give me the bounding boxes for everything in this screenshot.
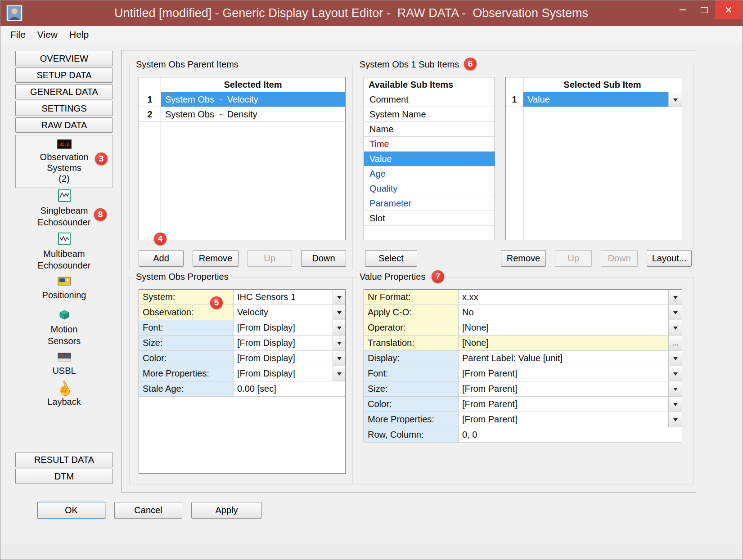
- window-bottom-edge: [0, 544, 743, 560]
- remove-button[interactable]: Remove: [193, 250, 239, 267]
- sidebar-tab-dtm[interactable]: DTM: [15, 469, 113, 484]
- property-row: Font: [From Display]: [139, 320, 345, 336]
- property-row: Translation: [None] ...: [364, 336, 682, 351]
- dropdown-button[interactable]: [668, 305, 682, 320]
- apply-button[interactable]: Apply: [191, 502, 262, 519]
- sidebar-item-label: Systems: [47, 162, 81, 173]
- property-label: Operator:: [364, 320, 459, 335]
- dropdown-button[interactable]: [668, 366, 682, 381]
- menu-help[interactable]: Help: [63, 26, 95, 43]
- sidebar-tab-settings[interactable]: SETTINGS: [15, 101, 113, 116]
- layout-button[interactable]: Layout...: [647, 250, 692, 267]
- maximize-button[interactable]: [693, 0, 715, 19]
- dropdown-button[interactable]: [668, 397, 682, 412]
- property-value[interactable]: 0, 0: [459, 427, 682, 442]
- dropdown-button[interactable]: [668, 381, 682, 396]
- sidebar-item-motion-sensors[interactable]: Motion Sensors: [15, 309, 113, 346]
- callout-badge-7: 7: [432, 270, 444, 283]
- property-label: Color:: [364, 397, 459, 412]
- svg-text:85.Q: 85.Q: [59, 142, 69, 147]
- list-item[interactable]: Name: [364, 122, 495, 137]
- column-header: Selected Item: [161, 77, 345, 92]
- dropdown-button[interactable]: [333, 305, 345, 320]
- dropdown-button[interactable]: [668, 290, 682, 305]
- menu-file[interactable]: File: [5, 26, 32, 43]
- dropdown-button[interactable]: [668, 351, 682, 366]
- row-number-header: [506, 77, 523, 92]
- property-value[interactable]: [From Parent]: [459, 381, 668, 396]
- up-button[interactable]: Up: [247, 250, 292, 267]
- sidebar-item-multibeam-echosounder[interactable]: Multibeam Echosounder: [15, 233, 113, 271]
- obs-properties-grid: System: IHC Sensors 1 Observation: Veloc…: [139, 289, 346, 474]
- list-item[interactable]: Time: [364, 137, 495, 152]
- property-value[interactable]: [From Display]: [234, 336, 333, 350]
- dropdown-button[interactable]: [668, 92, 682, 107]
- property-value[interactable]: Velocity: [234, 305, 333, 320]
- property-value[interactable]: [From Parent]: [459, 412, 668, 427]
- sidebar-tab-overview[interactable]: OVERVIEW: [15, 51, 113, 66]
- sidebar-tab-setup-data[interactable]: SETUP DATA: [15, 67, 113, 83]
- chevron-down-icon: [337, 372, 342, 378]
- list-item[interactable]: Comment: [364, 92, 495, 107]
- table-row[interactable]: 1 System Obs - Velocity: [139, 92, 345, 107]
- property-value[interactable]: [From Parent]: [459, 366, 668, 381]
- row-number: 2: [139, 107, 161, 121]
- row-label[interactable]: System Obs - Density: [161, 107, 345, 121]
- property-value[interactable]: x.xx: [459, 290, 668, 305]
- usbl-icon: [58, 352, 71, 364]
- sidebar-item-label: Singlebeam: [41, 205, 88, 216]
- list-item[interactable]: Quality: [364, 181, 495, 196]
- ok-button[interactable]: OK: [37, 502, 105, 519]
- sidebar-item-layback[interactable]: ☝ Layback: [15, 382, 113, 407]
- dropdown-button[interactable]: [333, 320, 345, 335]
- callout-badge-8: 8: [94, 208, 107, 221]
- property-label: Translation:: [364, 336, 459, 350]
- chevron-down-icon: [673, 357, 678, 363]
- cancel-button[interactable]: Cancel: [114, 502, 182, 519]
- dropdown-button[interactable]: [333, 336, 345, 350]
- property-value[interactable]: [From Parent]: [459, 397, 668, 412]
- list-item[interactable]: System Name: [364, 107, 495, 122]
- list-item[interactable]: Value: [364, 152, 495, 166]
- table-row[interactable]: 2 System Obs - Density: [139, 107, 345, 122]
- dropdown-button[interactable]: [333, 290, 345, 305]
- list-item[interactable]: Slot: [364, 211, 495, 226]
- property-value[interactable]: IHC Sensors 1: [234, 290, 333, 305]
- dropdown-button[interactable]: [668, 320, 682, 335]
- sidebar-item-positioning[interactable]: Positioning: [15, 276, 113, 300]
- down-sub-button[interactable]: Down: [601, 250, 638, 267]
- table-divider: [161, 77, 161, 240]
- row-label[interactable]: System Obs - Velocity: [161, 92, 345, 107]
- row-label[interactable]: Value: [523, 92, 668, 107]
- up-sub-button[interactable]: Up: [555, 250, 592, 267]
- ellipsis-button[interactable]: ...: [668, 336, 682, 350]
- minimize-button[interactable]: [672, 0, 693, 19]
- menu-view[interactable]: View: [32, 26, 63, 43]
- list-item[interactable]: Age: [364, 166, 495, 181]
- down-button[interactable]: Down: [301, 250, 346, 267]
- property-value[interactable]: Parent Label: Value [unit]: [459, 351, 668, 366]
- property-value[interactable]: [None]: [459, 320, 668, 335]
- property-value[interactable]: [None]: [459, 336, 668, 350]
- property-value[interactable]: [From Display]: [234, 320, 333, 335]
- sidebar-tab-general-data[interactable]: GENERAL DATA: [15, 84, 113, 99]
- close-button[interactable]: ×: [715, 0, 742, 19]
- column-header: Selected Sub Item: [523, 77, 682, 92]
- sidebar-tab-raw-data[interactable]: RAW DATA: [15, 117, 113, 133]
- callout-badge-5: 5: [210, 296, 223, 309]
- property-value[interactable]: [From Display]: [234, 366, 333, 381]
- remove-sub-button[interactable]: Remove: [501, 250, 546, 267]
- property-value[interactable]: [From Display]: [234, 351, 333, 366]
- select-button[interactable]: Select: [365, 250, 417, 267]
- hand-cursor-icon: ☝: [54, 379, 75, 398]
- property-value[interactable]: No: [459, 305, 668, 320]
- sidebar-tab-result-data[interactable]: RESULT DATA: [15, 452, 113, 467]
- property-value[interactable]: 0.00 [sec]: [234, 381, 345, 396]
- dropdown-button[interactable]: [333, 366, 345, 381]
- list-item[interactable]: Parameter: [364, 196, 495, 211]
- dropdown-button[interactable]: [333, 351, 345, 366]
- add-button[interactable]: Add: [139, 250, 184, 267]
- sidebar-item-usbl[interactable]: USBL: [15, 352, 113, 376]
- dropdown-button[interactable]: [668, 412, 682, 427]
- table-row[interactable]: 1 Value: [506, 92, 682, 107]
